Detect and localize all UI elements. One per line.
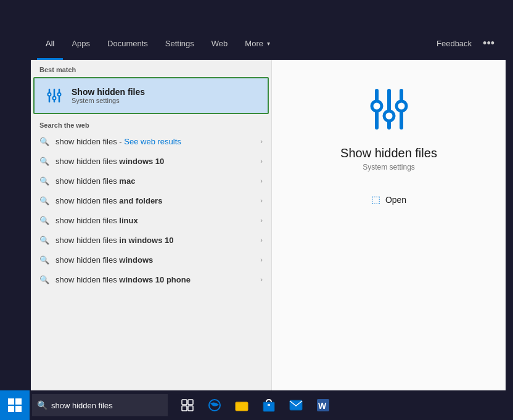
open-icon: ⬚ (371, 194, 380, 205)
right-panel: Show hidden files System settings ⬚ Open (271, 60, 506, 390)
taskbar-search-box[interactable]: 🔍 (32, 394, 168, 416)
svg-rect-19 (188, 400, 193, 405)
list-item[interactable]: 🔍 show hidden files windows 10 › (31, 151, 271, 171)
best-match-sub: System settings (72, 97, 259, 104)
content-area: Best match (31, 60, 506, 390)
svg-point-5 (53, 97, 56, 100)
edge-icon[interactable] (202, 390, 227, 420)
search-icon: 🔍 (39, 235, 49, 245)
best-match-label: Best match (31, 60, 271, 77)
list-item[interactable]: 🔍 show hidden files and folders › (31, 191, 271, 210)
search-item-text: show hidden files - See web results (55, 137, 256, 146)
search-icon: 🔍 (39, 156, 49, 166)
chevron-down-icon: ▾ (267, 40, 270, 47)
arrow-icon: › (260, 138, 263, 145)
left-panel: Best match (31, 60, 271, 390)
list-item[interactable]: 🔍 show hidden files linux › (31, 210, 271, 230)
svg-rect-26 (290, 400, 302, 410)
arrow-icon: › (260, 256, 263, 263)
settings-icon-small (43, 84, 65, 107)
svg-rect-25 (268, 404, 270, 406)
search-item-text: show hidden files mac (55, 176, 256, 186)
arrow-icon: › (260, 177, 263, 184)
arrow-icon: › (260, 236, 263, 244)
windows-logo-icon (8, 398, 22, 412)
right-panel-title: Show hidden files (340, 146, 437, 160)
taskbar: 🔍 (0, 390, 513, 420)
feedback-button[interactable]: Feedback (430, 39, 478, 48)
search-item-text: show hidden files windows 10 phone (55, 275, 256, 284)
word-icon[interactable]: W (311, 390, 335, 420)
search-icon: 🔍 (39, 176, 49, 186)
search-icon: 🔍 (39, 215, 49, 225)
list-item[interactable]: 🔍 show hidden files windows › (31, 250, 271, 270)
nav-bar: All Apps Documents Settings Web More ▾ F… (31, 27, 506, 60)
best-match-item[interactable]: Show hidden files System settings (33, 77, 269, 114)
tab-more[interactable]: More ▾ (236, 27, 279, 60)
search-icon: 🔍 (39, 274, 49, 284)
svg-point-2 (48, 93, 51, 96)
settings-icon-large (364, 84, 414, 136)
search-icon: 🔍 (39, 196, 49, 205)
svg-rect-18 (182, 400, 187, 405)
svg-point-17 (396, 101, 406, 111)
search-item-text: show hidden files and folders (55, 196, 256, 205)
arrow-icon: › (260, 197, 263, 204)
tab-web[interactable]: Web (203, 27, 237, 60)
arrow-icon: › (260, 157, 263, 165)
open-button[interactable]: ⬚ Open (365, 190, 412, 209)
mail-icon[interactable] (284, 390, 308, 420)
tab-apps[interactable]: Apps (63, 27, 99, 60)
svg-point-8 (58, 93, 61, 96)
svg-text:W: W (318, 401, 327, 411)
file-explorer-icon[interactable] (229, 390, 254, 420)
search-item-text: show hidden files windows 10 (55, 157, 256, 166)
search-icon: 🔍 (39, 255, 49, 265)
web-search-label: Search the web (31, 117, 271, 131)
tab-settings[interactable]: Settings (157, 27, 203, 60)
search-icon: 🔍 (39, 136, 49, 146)
arrow-icon: › (260, 276, 263, 283)
svg-point-11 (372, 101, 382, 111)
arrow-icon: › (260, 216, 263, 224)
more-options-button[interactable]: ••• (478, 37, 499, 50)
list-item[interactable]: 🔍 show hidden files mac › (31, 171, 271, 191)
taskbar-search-icon: 🔍 (37, 400, 47, 410)
open-label: Open (385, 195, 406, 205)
taskbar-icons: W (175, 390, 335, 420)
tab-all[interactable]: All (37, 27, 63, 60)
right-panel-subtitle: System settings (363, 163, 415, 171)
search-item-text: show hidden files windows (55, 255, 256, 265)
store-icon[interactable] (256, 390, 281, 420)
list-item[interactable]: 🔍 show hidden files windows 10 phone › (31, 270, 271, 289)
svg-rect-24 (263, 402, 274, 411)
list-item[interactable]: 🔍 show hidden files in windows 10 › (31, 230, 271, 250)
list-item[interactable]: 🔍 show hidden files - See web results › (31, 131, 271, 151)
svg-point-14 (384, 111, 394, 121)
svg-rect-23 (236, 402, 248, 411)
search-item-text: show hidden files linux (55, 216, 256, 225)
start-button[interactable] (0, 390, 30, 420)
best-match-text: Show hidden files System settings (72, 87, 259, 104)
search-window: All Apps Documents Settings Web More ▾ F… (31, 27, 506, 390)
search-item-text: show hidden files in windows 10 (55, 236, 256, 245)
best-match-title: Show hidden files (72, 87, 259, 97)
svg-rect-21 (188, 406, 193, 411)
svg-rect-20 (182, 406, 187, 411)
tab-documents[interactable]: Documents (99, 27, 157, 60)
search-input[interactable] (51, 401, 150, 410)
task-view-icon[interactable] (175, 390, 200, 420)
